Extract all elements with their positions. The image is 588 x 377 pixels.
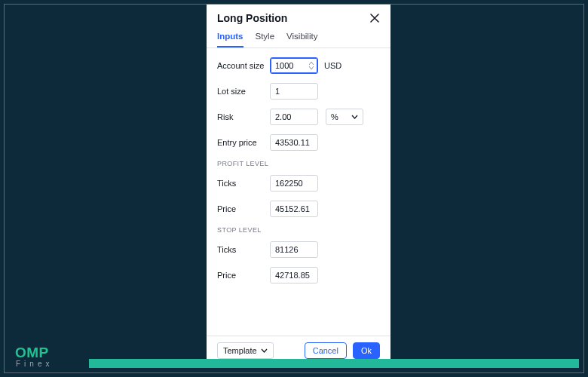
risk-unit-value: % <box>331 112 338 121</box>
account-size-input[interactable] <box>270 57 318 74</box>
profit-price-input[interactable] <box>270 201 318 217</box>
risk-label: Risk <box>217 112 270 121</box>
stop-level-heading: STOP LEVEL <box>217 226 380 234</box>
profit-price-label: Price <box>217 204 270 213</box>
template-label: Template <box>223 346 257 355</box>
profit-ticks-label: Ticks <box>217 179 270 188</box>
dialog-title: Long Position <box>217 12 287 24</box>
lot-size-label: Lot size <box>217 87 270 96</box>
close-icon[interactable] <box>369 13 380 23</box>
tab-visibility[interactable]: Visibility <box>286 32 317 48</box>
stop-ticks-input[interactable] <box>270 241 318 258</box>
cancel-button[interactable]: Cancel <box>305 342 347 359</box>
entry-price-label: Entry price <box>217 138 270 147</box>
account-size-label: Account size <box>217 61 270 70</box>
tab-style[interactable]: Style <box>256 32 275 48</box>
ok-button[interactable]: Ok <box>353 342 380 359</box>
brand-accent-bar <box>89 359 579 368</box>
stop-price-label: Price <box>217 271 270 280</box>
spinner-icon[interactable] <box>308 59 316 72</box>
lot-size-input[interactable] <box>270 83 318 100</box>
template-dropdown[interactable]: Template <box>217 342 274 359</box>
chevron-down-icon <box>261 348 268 353</box>
entry-price-input[interactable] <box>270 134 318 151</box>
brand-sub: Finex <box>16 360 53 368</box>
tab-inputs[interactable]: Inputs <box>217 32 243 48</box>
brand-logo: OMP Finex <box>15 345 53 368</box>
long-position-dialog: Long Position Inputs Style Visibility Ac… <box>207 5 390 366</box>
brand-top: OMP <box>15 345 53 360</box>
profit-level-heading: PROFIT LEVEL <box>217 160 380 167</box>
stop-price-input[interactable] <box>270 267 318 284</box>
account-size-suffix: USD <box>324 61 341 70</box>
chevron-down-icon <box>351 115 358 119</box>
risk-unit-select[interactable]: % <box>326 109 363 125</box>
profit-ticks-input[interactable] <box>270 175 318 192</box>
stop-ticks-label: Ticks <box>217 245 270 254</box>
risk-input[interactable] <box>270 109 318 125</box>
tab-bar: Inputs Style Visibility <box>207 24 390 48</box>
